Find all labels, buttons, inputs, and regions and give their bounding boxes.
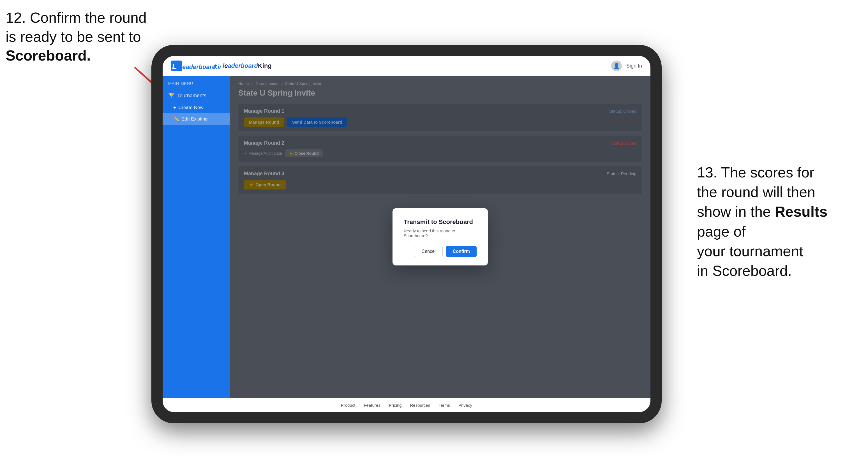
right-line5: your tournament <box>697 243 803 259</box>
right-line6: in Scoreboard. <box>697 263 792 279</box>
nav-right: 👤 Sign In <box>611 61 642 71</box>
modal-actions: Cancel Confirm <box>404 246 476 257</box>
right-line3: show in the <box>697 204 771 220</box>
footer-privacy[interactable]: Privacy <box>458 403 472 408</box>
instruction-top: 12. Confirm the round is ready to be sen… <box>6 8 147 65</box>
instruction-right: 13. The scores for the round will then s… <box>697 163 860 281</box>
right-line2: the round will then <box>697 184 815 200</box>
right-line4: page of <box>697 223 746 240</box>
modal-subtitle: Ready to send this round to Scoreboard? <box>404 228 476 238</box>
footer: Product Features Pricing Resources Terms… <box>163 398 650 412</box>
footer-resources[interactable]: Resources <box>410 403 430 408</box>
modal-confirm-button[interactable]: Confirm <box>446 246 476 257</box>
top-nav: L eaderboard King leaderboardKing 👤 Sign… <box>163 56 650 76</box>
modal-dialog: Transmit to Scoreboard Ready to send thi… <box>393 208 488 266</box>
svg-text:eaderboard: eaderboard <box>182 63 216 70</box>
sidebar-main-menu-label: MAIN MENU <box>163 81 230 89</box>
footer-features[interactable]: Features <box>364 403 380 408</box>
avatar: 👤 <box>611 61 622 71</box>
main-content: MAIN MENU 🏆 Tournaments + Create New ✏️ … <box>163 76 650 398</box>
footer-pricing[interactable]: Pricing <box>389 403 402 408</box>
page-content: Home > Tournaments > State U Spring Invi… <box>230 76 650 398</box>
edit-icon: ✏️ <box>173 116 179 122</box>
logo-svg: L eaderboard King <box>171 59 221 72</box>
right-bold: Results <box>775 204 828 220</box>
modal-title: Transmit to Scoreboard <box>404 218 476 226</box>
svg-text:King: King <box>213 63 221 70</box>
modal-cancel-button[interactable]: Cancel <box>415 246 443 257</box>
tablet-screen: L eaderboard King leaderboardKing 👤 Sign… <box>163 56 650 412</box>
sidebar-item-tournaments[interactable]: 🏆 Tournaments <box>163 89 230 102</box>
footer-product[interactable]: Product <box>341 403 355 408</box>
plus-icon: + <box>173 105 176 111</box>
sidebar-item-create-new[interactable]: + Create New <box>163 102 230 113</box>
instruction-bold: Scoreboard. <box>6 48 91 64</box>
tablet-device: L eaderboard King leaderboardKing 👤 Sign… <box>151 45 662 423</box>
footer-terms[interactable]: Terms <box>438 403 450 408</box>
sidebar: MAIN MENU 🏆 Tournaments + Create New ✏️ … <box>163 76 230 398</box>
svg-text:L: L <box>172 62 177 71</box>
trophy-icon: 🏆 <box>168 93 175 99</box>
instruction-line1: 12. Confirm the round <box>6 9 147 26</box>
app-layout: L eaderboard King leaderboardKing 👤 Sign… <box>163 56 650 412</box>
logo-text: leaderboardKing <box>223 62 272 69</box>
instruction-line2: is ready to be sent to <box>6 29 141 45</box>
modal-overlay: Transmit to Scoreboard Ready to send thi… <box>230 76 650 398</box>
right-line1: 13. The scores for <box>697 164 814 181</box>
sidebar-item-edit-existing[interactable]: ✏️ Edit Existing <box>163 113 230 125</box>
logo-area: L eaderboard King leaderboardKing <box>171 59 272 72</box>
sign-in-link[interactable]: Sign In <box>626 63 642 69</box>
